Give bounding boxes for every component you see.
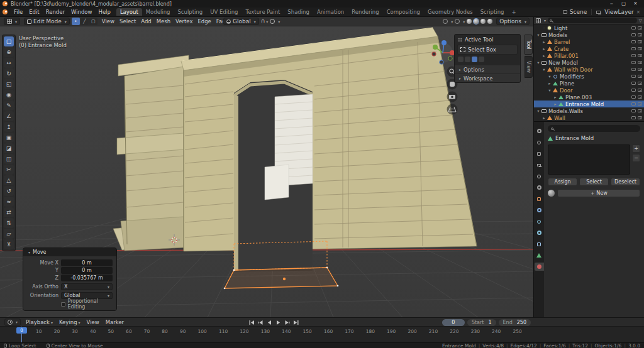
mode-dropdown[interactable]: Edit Mode▾ xyxy=(24,18,70,25)
active-tool-select-box[interactable]: Select Box xyxy=(457,45,518,55)
tool-button-measure[interactable]: ∠ xyxy=(4,111,14,121)
outliner-row[interactable]: ▸ Plane.003 xyxy=(534,94,644,101)
menu-item[interactable]: File xyxy=(11,9,26,15)
outliner-row[interactable]: ▸ Entrance Mold xyxy=(534,101,644,107)
disable-render-icon[interactable] xyxy=(638,33,642,36)
properties-tab-view-layer[interactable] xyxy=(535,161,544,169)
playback-menu[interactable]: Playback▾ xyxy=(23,319,56,325)
disable-render-icon[interactable] xyxy=(638,95,642,99)
menu-item[interactable]: Render xyxy=(43,9,68,15)
hide-viewport-icon[interactable] xyxy=(631,116,636,119)
tool-button-smooth[interactable]: ≈ xyxy=(4,197,14,207)
tool-button-select-box[interactable]: ▢ xyxy=(4,36,14,46)
scene-selector[interactable]: Scene xyxy=(570,9,587,15)
tool-button-bevel[interactable]: ◪ xyxy=(4,143,14,153)
material-preview-icon[interactable] xyxy=(548,190,555,197)
tool-button-cursor[interactable]: ⊕ xyxy=(4,47,14,57)
menu-item[interactable]: Help xyxy=(95,9,113,15)
disable-render-icon[interactable] xyxy=(638,82,642,85)
viewlayer-selector[interactable]: ViewLayer xyxy=(604,9,633,15)
expand-icon[interactable]: ▸ xyxy=(541,40,547,45)
tool-button-transform[interactable]: ◉ xyxy=(4,90,14,100)
proportional-editing-icon[interactable] xyxy=(270,19,275,24)
disable-render-icon[interactable] xyxy=(638,68,642,71)
timeline-view-menu[interactable]: View xyxy=(84,319,103,325)
disable-render-icon[interactable] xyxy=(638,75,642,78)
proportional-editing-checkbox[interactable] xyxy=(61,302,65,307)
properties-tab-output[interactable] xyxy=(535,150,544,158)
expand-icon[interactable]: · xyxy=(541,26,547,31)
prev-keyframe-button[interactable] xyxy=(257,319,265,325)
disable-render-icon[interactable] xyxy=(638,102,642,106)
workspace-tab-animation[interactable]: Animation xyxy=(313,8,348,16)
outliner-row[interactable]: ▾ Wall with Door xyxy=(534,66,644,73)
expand-icon[interactable]: ▸ xyxy=(541,53,547,58)
workspace-tab-uv-editing[interactable]: UV Editing xyxy=(206,8,242,16)
hide-viewport-icon[interactable] xyxy=(631,68,636,71)
move-value-field[interactable]: -0.035767 m xyxy=(61,275,113,281)
gizmo-dropdown[interactable]: ▾ xyxy=(451,19,453,24)
next-keyframe-button[interactable] xyxy=(283,319,291,325)
hide-viewport-icon[interactable] xyxy=(631,26,636,30)
timeline-editor-button[interactable]: ▾ xyxy=(4,318,21,326)
disable-render-icon[interactable] xyxy=(638,47,642,50)
select-button[interactable]: Select xyxy=(579,178,609,186)
viewport-menu-item[interactable]: Select xyxy=(117,18,138,24)
tool-option-icon[interactable] xyxy=(465,57,470,62)
outliner-row[interactable]: ▸ Wall xyxy=(534,114,644,121)
properties-tab-world[interactable] xyxy=(535,183,544,192)
tool-button-extrude-region[interactable]: ↥ xyxy=(4,122,14,132)
tool-button-inset-faces[interactable]: ▣ xyxy=(4,133,14,143)
expand-icon[interactable]: ▾ xyxy=(541,67,547,72)
show-gizmo-icon[interactable] xyxy=(443,19,448,24)
disable-render-icon[interactable] xyxy=(638,40,642,43)
new-material-button[interactable]: ＋ New xyxy=(557,189,640,197)
tool-button-rip-region[interactable]: ⊻ xyxy=(4,239,14,249)
menu-item[interactable]: Edit xyxy=(26,9,42,15)
expand-icon[interactable]: ▾ xyxy=(536,33,541,38)
play-reverse-button[interactable] xyxy=(265,319,274,325)
sidebar-tab-tool[interactable]: Tool xyxy=(525,35,533,55)
hide-viewport-icon[interactable] xyxy=(631,75,636,78)
tool-option-icon[interactable] xyxy=(458,57,464,62)
outliner-row[interactable]: ▾ Models.Walls xyxy=(534,107,644,114)
workspace-tab-scripting[interactable]: Scripting xyxy=(477,8,508,16)
assign-button[interactable]: Assign xyxy=(548,178,577,186)
viewport-menu-item[interactable]: View xyxy=(99,18,117,24)
properties-tab-physics[interactable] xyxy=(535,229,544,237)
active-tool-header[interactable]: Active Tool xyxy=(455,35,520,45)
hide-viewport-icon[interactable] xyxy=(631,102,636,106)
close-button[interactable]: ✕ xyxy=(630,0,641,8)
transform-orientation-dropdown[interactable]: Global▾ xyxy=(223,18,259,25)
outliner-row[interactable]: ▸ Plane xyxy=(534,80,644,87)
tool-button-rotate[interactable]: ↻ xyxy=(4,68,14,79)
remove-slot-button[interactable]: − xyxy=(632,154,640,162)
tool-button-annotate[interactable]: ✎ xyxy=(4,101,14,111)
tool-button-knife[interactable]: ✂ xyxy=(4,165,14,175)
viewport-menu-item[interactable]: Vertex xyxy=(173,18,195,24)
viewport-menu-item[interactable]: Edge xyxy=(195,18,213,24)
hide-viewport-icon[interactable] xyxy=(631,82,636,85)
options-dropdown[interactable]: Options▾ xyxy=(496,18,530,25)
disable-render-icon[interactable] xyxy=(638,26,642,30)
tool-option-icon[interactable] xyxy=(472,57,477,62)
properties-tab-particles[interactable] xyxy=(535,217,544,226)
outliner-row[interactable]: ▾ Models xyxy=(534,31,644,38)
properties-tab-object[interactable] xyxy=(535,195,544,203)
disable-render-icon[interactable] xyxy=(638,89,642,92)
expand-icon[interactable]: ▸ xyxy=(553,95,558,100)
tool-button-move[interactable]: ↔ xyxy=(4,58,14,68)
sidebar-tab-view[interactable]: View xyxy=(525,56,533,78)
app-menu-icon[interactable] xyxy=(3,9,8,14)
deselect-button[interactable]: Deselect xyxy=(611,178,640,186)
panel-section-header[interactable]: ▸Options xyxy=(455,65,520,73)
outliner-row[interactable]: ▸ Barrel xyxy=(534,38,644,45)
current-frame-field[interactable]: 0 xyxy=(442,319,465,326)
outliner-row[interactable]: ▾ Door xyxy=(534,87,644,94)
axis-ortho-dropdown[interactable]: X▾ xyxy=(61,283,113,290)
disable-render-icon[interactable] xyxy=(638,61,642,64)
material-slot-list[interactable] xyxy=(548,144,630,175)
edge-select-mode-button[interactable]: ╱ xyxy=(80,18,89,25)
expand-icon[interactable]: ▾ xyxy=(536,109,541,114)
timeline-ruler[interactable]: 0102030405060708090100110120130140150160… xyxy=(0,326,644,342)
